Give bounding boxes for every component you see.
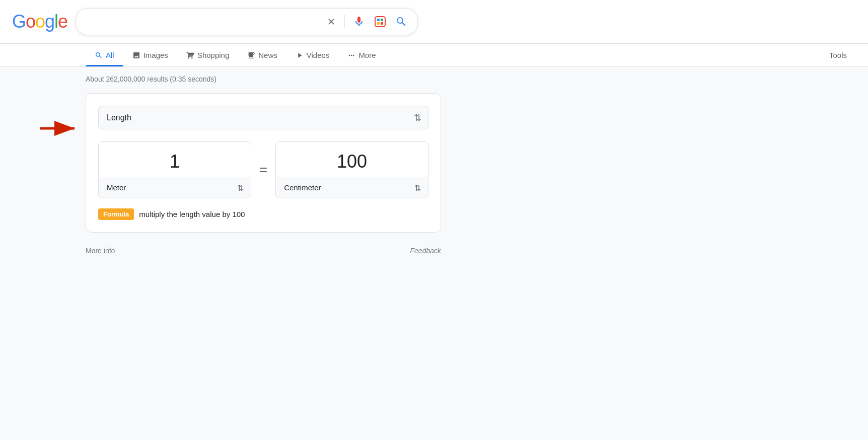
- lens-button[interactable]: [372, 14, 388, 30]
- nav-label-more: More: [358, 51, 376, 59]
- microphone-button[interactable]: [351, 14, 367, 30]
- header: Google unit converter: [0, 0, 868, 44]
- conversion-row: Meter Centimeter Kilometer Mile Foot Inc…: [98, 141, 428, 198]
- left-value-input[interactable]: [99, 142, 251, 177]
- search-icons: [351, 14, 409, 30]
- right-conversion-panel: Centimeter Meter Kilometer Mile Foot Inc…: [275, 141, 428, 198]
- lens-icon: [374, 16, 386, 28]
- right-unit-select[interactable]: Centimeter Meter Kilometer Mile Foot Inc…: [276, 177, 428, 198]
- logo-g: G: [12, 11, 26, 32]
- red-arrow-icon: [40, 118, 81, 138]
- search-nav-icon: [95, 51, 103, 59]
- search-bar: unit converter: [76, 8, 418, 35]
- converter-card: Length Area Volume Mass Temperature Spee…: [86, 93, 441, 233]
- nav-item-videos[interactable]: Videos: [286, 44, 339, 66]
- nav-bar: All Images Shopping News Videos More Too…: [0, 44, 868, 67]
- logo-g2: g: [45, 11, 54, 32]
- google-logo[interactable]: Google: [12, 11, 67, 32]
- microphone-icon: [353, 16, 365, 28]
- category-select-wrapper: Length Area Volume Mass Temperature Spee…: [98, 106, 428, 129]
- nav-label-videos: Videos: [307, 51, 330, 59]
- results-count: About 262,000,000 results (0.35 seconds): [86, 75, 441, 83]
- equals-sign: =: [259, 162, 267, 178]
- arrow-indicator: [40, 118, 81, 138]
- right-unit-wrapper: Centimeter Meter Kilometer Mile Foot Inc…: [276, 177, 428, 198]
- clear-button[interactable]: [324, 15, 338, 29]
- svg-rect-1: [377, 19, 380, 21]
- tools-button[interactable]: Tools: [820, 44, 856, 66]
- left-unit-select[interactable]: Meter Centimeter Kilometer Mile Foot Inc…: [99, 177, 251, 198]
- news-nav-icon: [247, 51, 255, 59]
- right-value-input[interactable]: [276, 142, 428, 177]
- videos-nav-icon: [296, 51, 304, 59]
- nav-item-images[interactable]: Images: [123, 44, 177, 66]
- formula-badge: Formula: [98, 208, 134, 220]
- nav-item-more[interactable]: More: [338, 44, 385, 66]
- more-info-link[interactable]: More info: [86, 247, 115, 255]
- svg-rect-3: [377, 22, 380, 25]
- formula-text: multiply the length value by 100: [139, 210, 245, 218]
- search-submit-button[interactable]: [393, 14, 409, 30]
- svg-rect-2: [381, 19, 383, 21]
- svg-rect-0: [375, 17, 385, 27]
- converter-section: Length Area Volume Mass Temperature Spee…: [86, 93, 441, 233]
- card-footer: More info Feedback: [86, 243, 441, 255]
- search-icon: [395, 16, 407, 28]
- nav-item-shopping[interactable]: Shopping: [177, 44, 238, 66]
- logo-e: e: [58, 11, 67, 32]
- shopping-nav-icon: [186, 51, 194, 59]
- logo-o1: o: [26, 11, 35, 32]
- left-conversion-panel: Meter Centimeter Kilometer Mile Foot Inc…: [98, 141, 251, 198]
- search-input[interactable]: unit converter: [84, 17, 318, 27]
- logo-l: l: [54, 11, 58, 32]
- results-area: About 262,000,000 results (0.35 seconds)…: [0, 67, 453, 263]
- more-dots-icon: [347, 51, 355, 59]
- logo-o2: o: [35, 11, 45, 32]
- svg-rect-4: [381, 22, 383, 25]
- images-nav-icon: [132, 51, 140, 59]
- nav-label-images: Images: [143, 51, 168, 59]
- search-divider: [344, 15, 345, 28]
- nav-item-news[interactable]: News: [238, 44, 286, 66]
- formula-row: Formula multiply the length value by 100: [98, 208, 428, 220]
- feedback-link[interactable]: Feedback: [410, 247, 441, 255]
- nav-label-shopping: Shopping: [197, 51, 229, 59]
- tools-label: Tools: [829, 51, 847, 59]
- nav-item-all[interactable]: All: [86, 44, 123, 66]
- category-select[interactable]: Length Area Volume Mass Temperature Spee…: [98, 106, 428, 129]
- nav-label-news: News: [258, 51, 277, 59]
- left-unit-wrapper: Meter Centimeter Kilometer Mile Foot Inc…: [99, 177, 251, 198]
- close-icon: [326, 17, 336, 27]
- nav-label-all: All: [106, 51, 114, 59]
